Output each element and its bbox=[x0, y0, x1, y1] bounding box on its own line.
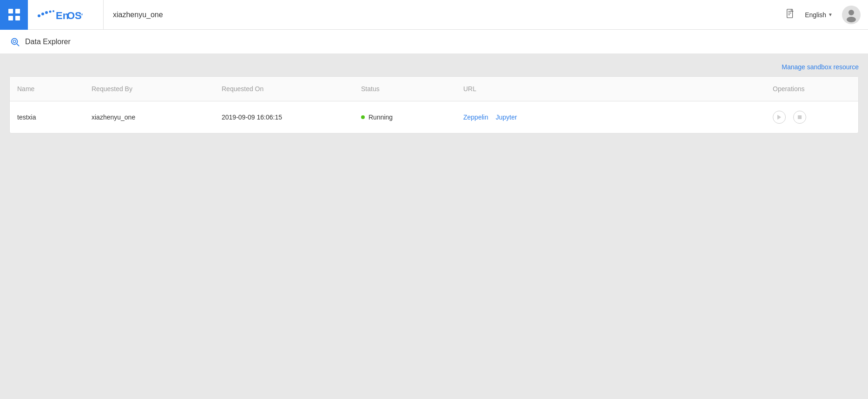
apps-menu-button[interactable] bbox=[0, 0, 28, 30]
cell-requested-on: 2019-09-09 16:06:15 bbox=[214, 104, 354, 130]
svg-line-15 bbox=[17, 44, 19, 46]
svg-point-16 bbox=[13, 40, 15, 43]
workspace-name: xiazhenyu_one bbox=[104, 11, 172, 19]
svg-point-1 bbox=[41, 13, 44, 15]
logo-area: En OS ™ bbox=[28, 0, 104, 30]
enos-logo: En OS ™ bbox=[35, 7, 96, 23]
svg-point-2 bbox=[45, 11, 48, 14]
top-navigation: En OS ™ xiazhenyu_one English ▼ bbox=[0, 0, 868, 30]
table-row: testxia xiazhenyu_one 2019-09-09 16:06:1… bbox=[10, 101, 858, 133]
language-selector[interactable]: English ▼ bbox=[805, 11, 833, 19]
manage-link-row: Manage sandbox resource bbox=[9, 63, 859, 71]
svg-point-12 bbox=[848, 10, 854, 15]
manage-sandbox-link[interactable]: Manage sandbox resource bbox=[782, 63, 859, 71]
cell-url: Zeppelin Jupyter bbox=[456, 104, 765, 130]
svg-rect-8 bbox=[787, 9, 793, 18]
svg-point-3 bbox=[49, 10, 52, 13]
svg-point-13 bbox=[847, 17, 856, 22]
jupyter-link[interactable]: Jupyter bbox=[496, 113, 517, 121]
col-header-requested-by: Requested By bbox=[84, 77, 214, 101]
chevron-down-icon: ▼ bbox=[828, 12, 833, 17]
language-label: English bbox=[805, 11, 826, 19]
main-content: Manage sandbox resource Name Requested B… bbox=[0, 54, 868, 399]
documentation-icon[interactable] bbox=[785, 8, 796, 21]
svg-marker-17 bbox=[777, 115, 781, 120]
table-header: Name Requested By Requested On Status UR… bbox=[10, 77, 858, 101]
svg-rect-18 bbox=[798, 115, 802, 119]
svg-point-4 bbox=[53, 10, 54, 12]
status-dot-running bbox=[361, 115, 365, 119]
cell-name: testxia bbox=[10, 104, 84, 130]
col-header-requested-on: Requested On bbox=[214, 77, 354, 101]
col-header-operations: Operations bbox=[765, 77, 858, 101]
data-explorer-icon bbox=[9, 36, 20, 47]
avatar-person-icon bbox=[844, 7, 859, 22]
zeppelin-link[interactable]: Zeppelin bbox=[463, 113, 488, 121]
svg-point-14 bbox=[12, 38, 18, 44]
stop-button[interactable] bbox=[793, 111, 806, 124]
cell-requested-by: xiazhenyu_one bbox=[84, 104, 214, 130]
status-text: Running bbox=[368, 113, 393, 121]
apps-grid-icon bbox=[8, 9, 20, 20]
start-button[interactable] bbox=[773, 111, 786, 124]
sub-header: Data Explorer bbox=[0, 30, 868, 54]
col-header-url: URL bbox=[456, 77, 765, 101]
svg-point-0 bbox=[38, 14, 40, 17]
cell-status: Running bbox=[354, 104, 456, 130]
svg-text:™: ™ bbox=[79, 13, 83, 18]
col-header-name: Name bbox=[10, 77, 84, 101]
cell-operations bbox=[765, 101, 858, 133]
data-table: Name Requested By Requested On Status UR… bbox=[9, 76, 859, 133]
page-title: Data Explorer bbox=[25, 38, 71, 46]
col-header-status: Status bbox=[354, 77, 456, 101]
user-avatar[interactable] bbox=[842, 6, 861, 24]
